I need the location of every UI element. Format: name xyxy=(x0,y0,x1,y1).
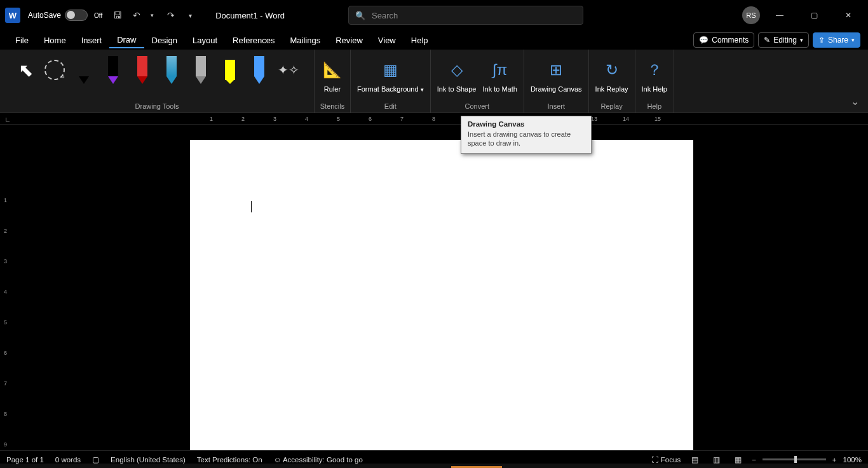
chevron-down-icon: ▾ xyxy=(421,86,424,93)
ink-to-shape-button[interactable]: ◇ Ink to Shape xyxy=(436,55,478,95)
format-background-label: Format Background ▾ xyxy=(357,85,424,93)
tab-layout[interactable]: Layout xyxy=(185,33,225,48)
document-page[interactable] xyxy=(190,140,693,468)
word-app-icon: W xyxy=(5,8,20,23)
select-tool[interactable]: ⬉ xyxy=(13,55,38,85)
toggle-switch[interactable] xyxy=(65,10,88,21)
pencil-icon: ✎ xyxy=(764,36,770,45)
status-accessibility[interactable]: ☺ Accessibility: Good to go xyxy=(274,456,363,464)
tab-draw[interactable]: Draw xyxy=(109,32,144,48)
customize-qat-icon[interactable]: ▾ xyxy=(184,9,196,22)
ruler-tick: 3 xyxy=(4,258,7,265)
pencil-tool[interactable] xyxy=(188,55,214,85)
status-page[interactable]: Page 1 of 1 xyxy=(6,456,44,464)
eraser-icon xyxy=(79,56,89,84)
ruler-tick: 3 xyxy=(273,116,276,122)
group-label-stencils: Stencils xyxy=(320,101,345,113)
document-area: 12345678910 xyxy=(0,125,868,450)
search-box[interactable]: 🔍 Search xyxy=(348,6,583,25)
eraser-tool[interactable] xyxy=(71,55,97,85)
focus-mode-button[interactable]: ⛶ Focus xyxy=(651,456,681,464)
title-bar: W AutoSave Off 🖫 ↶ ▾ ↷ ▾ Document1 - Wor… xyxy=(0,0,868,31)
ruler-tick: 8 xyxy=(4,411,7,417)
drawing-canvas-button[interactable]: ⊞ Drawing Canvas xyxy=(529,55,583,95)
ink-help-button[interactable]: ？ Ink Help xyxy=(641,55,668,95)
collapse-ribbon-button[interactable]: ⌄ xyxy=(842,90,868,113)
highlighter-yellow[interactable] xyxy=(217,55,243,85)
share-button[interactable]: ⇪ Share ▾ xyxy=(813,32,860,48)
lasso-icon xyxy=(44,56,65,84)
ruler-button[interactable]: 📐 Ruler xyxy=(320,55,345,95)
zoom-in-button[interactable]: + xyxy=(832,456,837,464)
ruler-tick: 5 xyxy=(4,319,7,326)
tab-references[interactable]: References xyxy=(225,33,282,48)
comments-button[interactable]: 💬 Comments xyxy=(693,32,754,48)
editing-mode-button[interactable]: ✎ Editing ▾ xyxy=(758,32,809,48)
ink-to-math-button[interactable]: ∫π Ink to Math xyxy=(481,55,518,95)
status-language[interactable]: English (United States) xyxy=(111,456,186,464)
ruler-tick: 7 xyxy=(4,380,7,387)
ink-replay-icon: ↻ xyxy=(602,56,622,84)
pen-icon xyxy=(166,56,177,84)
pen-galaxy[interactable] xyxy=(159,55,184,85)
ruler-tick: 9 xyxy=(4,441,7,448)
tab-review[interactable]: Review xyxy=(328,33,370,48)
zoom-slider[interactable] xyxy=(763,458,826,460)
pen-icon xyxy=(137,56,147,84)
ink-replay-button[interactable]: ↻ Ink Replay xyxy=(594,55,630,95)
user-avatar[interactable]: RS xyxy=(742,6,760,24)
ruler-corner: ∟ xyxy=(0,113,15,125)
tab-insert[interactable]: Insert xyxy=(74,33,110,48)
zoom-out-button[interactable]: − xyxy=(752,456,756,464)
maximize-button[interactable]: ▢ xyxy=(799,5,829,25)
ink-to-math-label: Ink to Math xyxy=(482,85,517,93)
drawing-canvas-icon: ⊞ xyxy=(546,56,566,84)
ruler-label: Ruler xyxy=(324,85,341,93)
ink-to-shape-icon: ◇ xyxy=(447,56,467,84)
tab-home[interactable]: Home xyxy=(36,33,74,48)
tab-design[interactable]: Design xyxy=(144,33,185,48)
pen-blue[interactable] xyxy=(247,55,272,85)
zoom-level[interactable]: 100% xyxy=(843,456,862,464)
pen-black[interactable] xyxy=(100,55,126,85)
format-background-button[interactable]: ▦ Format Background ▾ xyxy=(356,55,425,95)
share-label: Share xyxy=(828,36,848,45)
group-label-drawing-tools: Drawing Tools xyxy=(135,101,179,113)
lasso-select-tool[interactable] xyxy=(42,55,67,85)
ruler-tick: 6 xyxy=(369,116,372,122)
tab-help[interactable]: Help xyxy=(403,33,436,48)
undo-dropdown-icon[interactable]: ▾ xyxy=(146,9,158,22)
page-viewport[interactable] xyxy=(15,125,868,450)
tab-view[interactable]: View xyxy=(370,33,403,48)
autosave-toggle[interactable]: AutoSave Off xyxy=(28,10,102,21)
redo-icon[interactable]: ↷ xyxy=(165,9,177,22)
vertical-ruler[interactable]: 12345678910 xyxy=(0,125,15,450)
save-icon[interactable]: 🖫 xyxy=(111,9,124,22)
close-button[interactable]: ✕ xyxy=(834,5,863,25)
pen-red[interactable] xyxy=(130,55,155,85)
group-label-help: Help xyxy=(647,101,661,113)
minimize-button[interactable]: — xyxy=(765,5,794,25)
comments-label: Comments xyxy=(712,36,749,45)
ruler-tick: 13 xyxy=(591,116,597,122)
pen-icon xyxy=(254,56,264,84)
status-word-count[interactable]: 0 words xyxy=(55,456,81,464)
ink-help-label: Ink Help xyxy=(642,85,667,93)
status-predictions[interactable]: Text Predictions: On xyxy=(197,456,262,464)
ruler-tick: 8 xyxy=(432,116,435,122)
ruler-tick: 1 xyxy=(4,197,7,203)
chevron-down-icon: ▾ xyxy=(851,37,855,43)
tab-file[interactable]: File xyxy=(8,33,36,48)
spell-check-icon[interactable]: ▢ xyxy=(92,455,99,464)
undo-icon[interactable]: ↶ xyxy=(130,9,143,22)
share-icon: ⇪ xyxy=(818,36,825,45)
ruler-tick: 4 xyxy=(305,116,308,122)
tab-mailings[interactable]: Mailings xyxy=(283,33,329,48)
ruler-tick: 14 xyxy=(623,116,629,122)
editing-label: Editing xyxy=(773,36,797,45)
ruler-tick: 1 xyxy=(210,116,213,122)
group-label-insert: Insert xyxy=(547,101,565,113)
highlighter-icon xyxy=(225,56,235,84)
add-pen-button[interactable]: ✦✧ xyxy=(276,55,301,85)
horizontal-ruler[interactable]: ∟ 123456789101112131415 xyxy=(0,113,868,125)
